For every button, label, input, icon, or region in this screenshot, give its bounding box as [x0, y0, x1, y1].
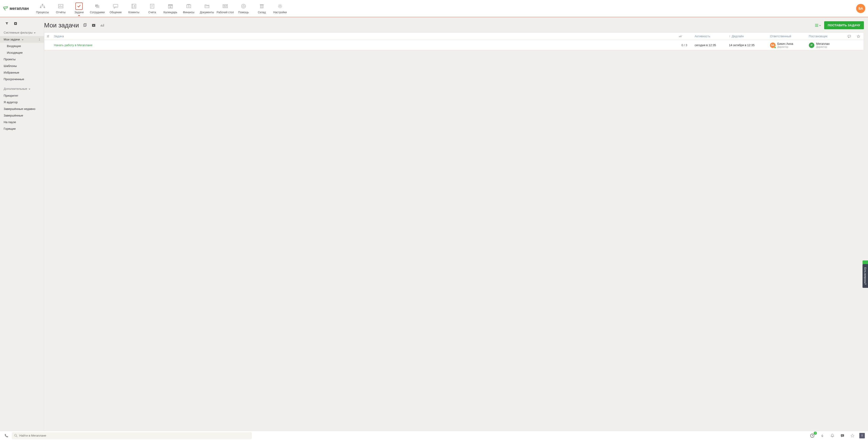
excel-icon[interactable]: X — [91, 23, 96, 28]
table-header: Задача Активность ↑Дедлайн Ответственный… — [44, 33, 864, 40]
sidebar-item[interactable]: Просроченные — [0, 76, 44, 83]
task-activity: сегодня в 12:35 — [692, 42, 726, 48]
column-deadline[interactable]: ↑Дедлайн — [726, 33, 768, 39]
nav-icon — [257, 2, 266, 10]
sidebar-item[interactable]: На паузе — [0, 119, 44, 125]
task-name[interactable]: Начать работу в Мегаплане — [54, 43, 92, 47]
logo-icon — [3, 6, 8, 11]
nav-label: Клиенты — [128, 11, 140, 14]
svg-rect-31 — [848, 35, 850, 37]
sidebar: Системные фильтры Мои задачи1ВходящиеИсх… — [0, 17, 44, 431]
task-deadline: 14 октября в 12:35 — [726, 42, 768, 48]
nav-item-3[interactable]: Сотрудники — [88, 1, 106, 16]
nav-item-1[interactable]: Отчёты — [52, 1, 70, 16]
sidebar-item-label: Мои задачи — [4, 38, 20, 41]
sidebar-item[interactable]: Входящие — [0, 43, 44, 49]
nav-icon — [93, 2, 102, 10]
nav-label: Задачи — [74, 11, 84, 14]
sidebar-item-label: Завершённые недавно — [4, 107, 35, 111]
assigner-avatar — [809, 42, 814, 48]
nav-item-2[interactable]: Задачи — [70, 1, 88, 16]
nav-item-0[interactable]: Процессы — [33, 1, 52, 16]
filter-icon[interactable] — [4, 20, 10, 27]
column-assigner[interactable]: Постановщик — [807, 33, 845, 39]
nav-label: Процессы — [36, 11, 49, 14]
column-task[interactable]: Задача — [52, 33, 676, 39]
sidebar-item-count: 1 — [39, 38, 40, 41]
table-row[interactable]: Начать работу в Мегаплане 0 / 3 сегодня … — [44, 40, 864, 50]
sidebar-group-label: Дополнительные — [4, 87, 27, 91]
sidebar-item[interactable]: Я аудитор — [0, 99, 44, 105]
nav-label: Финансы — [183, 11, 194, 14]
assigner-role: Директор — [816, 45, 830, 48]
task-progress: 0 / 3 — [679, 43, 690, 47]
sidebar-item-label: Горящие — [4, 127, 16, 130]
sidebar-item-label: На паузе — [4, 120, 16, 124]
nav-item-7[interactable]: 11Календарь — [161, 1, 180, 16]
sidebar-item[interactable]: Горящие — [0, 125, 44, 132]
nav-icon — [184, 2, 193, 10]
nav-item-6[interactable]: Счета — [143, 1, 161, 16]
responsible-name: Бикич Анна — [777, 42, 793, 45]
nav-icon: 11 — [166, 2, 175, 10]
sidebar-item-label: Я аудитор — [4, 100, 18, 104]
nav-icon — [221, 2, 230, 10]
responsible-role: Директор — [777, 45, 793, 48]
copy-icon[interactable] — [82, 23, 88, 28]
nav-item-5[interactable]: Клиенты — [125, 1, 143, 16]
column-responsible[interactable]: Ответственный — [768, 33, 807, 39]
sidebar-item[interactable]: Мои задачи1 — [0, 36, 44, 43]
nav-label: Настройки — [273, 11, 287, 14]
logo[interactable]: мегаплан — [3, 6, 29, 11]
assigner-user[interactable]: Мегаплан Директор — [809, 42, 830, 48]
top-nav: мегаплан ПроцессыОтчётыЗадачиСотрудникиО… — [0, 0, 868, 17]
create-task-button[interactable]: ПОСТАВИТЬ ЗАДАЧУ — [824, 21, 864, 29]
sidebar-group-system[interactable]: Системные фильтры — [0, 29, 44, 36]
column-comment-icon[interactable] — [845, 33, 855, 39]
add-filter-icon[interactable] — [12, 20, 19, 27]
nav-item-4[interactable]: Общение — [106, 1, 125, 16]
sidebar-item-label: Приоритет — [4, 94, 18, 97]
sidebar-item[interactable]: Шаблоны — [0, 63, 44, 69]
nav-icon — [203, 2, 212, 10]
nav-icon — [129, 2, 138, 10]
svg-rect-17 — [187, 5, 191, 8]
sidebar-item[interactable]: Избранные — [0, 69, 44, 76]
nav-icon — [148, 2, 157, 10]
chart-icon[interactable] — [100, 23, 105, 28]
chevron-down-icon — [22, 38, 24, 41]
svg-rect-2 — [43, 7, 45, 8]
responsible-user[interactable]: БА Бикич Анна Директор — [770, 42, 793, 48]
nav-item-12[interactable]: Склад — [253, 1, 271, 16]
nav-item-10[interactable]: Рабочий стол — [216, 1, 235, 16]
sidebar-item[interactable]: Завершённые недавно — [0, 105, 44, 112]
nav-item-13[interactable]: Настройки — [271, 1, 289, 16]
view-toggle[interactable] — [815, 24, 821, 27]
svg-rect-21 — [225, 5, 227, 6]
sidebar-item[interactable]: Исходящие — [0, 49, 44, 56]
svg-rect-7 — [113, 4, 118, 7]
nav-label: Склад — [258, 11, 266, 14]
nav-item-11[interactable]: Помощь — [235, 1, 253, 16]
nav-item-8[interactable]: Финансы — [180, 1, 198, 16]
column-checks-icon[interactable] — [676, 34, 692, 39]
sidebar-group-additional[interactable]: Дополнительные — [0, 85, 44, 92]
sidebar-item[interactable]: Приоритет — [0, 92, 44, 99]
online-status-dot — [774, 46, 776, 49]
sidebar-item[interactable]: Завершённые — [0, 112, 44, 119]
content: Мои задачи X ПОСТАВИТЬ ЗАДАЧУ Зад — [44, 17, 868, 431]
svg-rect-0 — [42, 4, 43, 5]
page-title: Мои задачи — [44, 22, 79, 29]
nav-list: ПроцессыОтчётыЗадачиСотрудникиОбщениеКли… — [33, 1, 289, 16]
column-activity[interactable]: Активность — [692, 33, 726, 39]
column-star-icon[interactable] — [855, 33, 864, 39]
nav-label: Рабочий стол — [217, 11, 234, 14]
svg-point-23 — [243, 5, 244, 7]
nav-label: Календарь — [163, 11, 178, 14]
column-config-icon[interactable] — [44, 33, 52, 39]
help-tab[interactable]: Есть вопросы? — [863, 264, 868, 288]
user-avatar[interactable]: БА — [856, 4, 865, 13]
sidebar-item[interactable]: Проекты — [0, 56, 44, 63]
nav-item-9[interactable]: Документы — [198, 1, 216, 16]
chevron-down-icon — [819, 24, 821, 27]
